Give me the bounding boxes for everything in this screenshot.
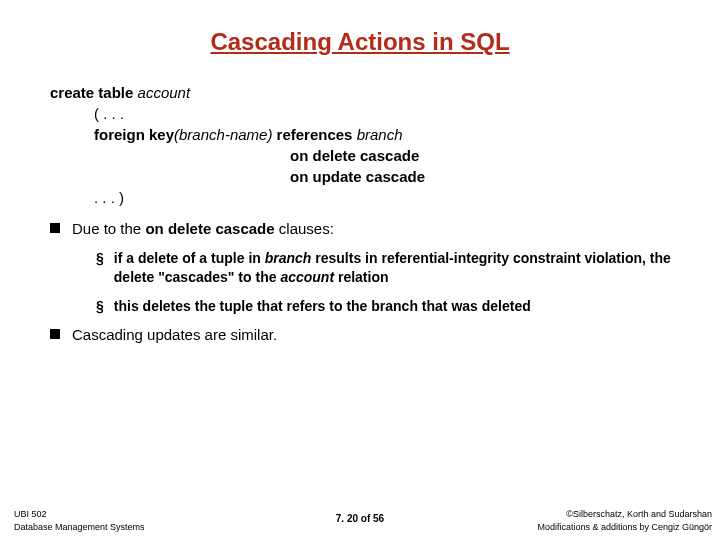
code-line-3: foreign key(branch-name) references bran… (94, 124, 690, 145)
slide-title: Cascading Actions in SQL (0, 0, 720, 82)
code-line-1: create table account (50, 82, 690, 103)
section-sign-icon: § (96, 249, 104, 267)
sub-bullet-item: §this deletes the tuple that refers to t… (96, 297, 690, 316)
bullet-item: Cascading updates are similar. (50, 324, 690, 345)
footer: UBI 502 ©Silberschatz, Korth and Sudarsh… (0, 509, 720, 532)
sub-bullets: §if a delete of a tuple in branch result… (96, 249, 690, 316)
square-bullet-icon (50, 223, 60, 233)
sub-bullet-item: §if a delete of a tuple in branch result… (96, 249, 690, 287)
sub-bullet-text: if a delete of a tuple in branch results… (114, 249, 690, 287)
bullet-item: Due to the on delete cascade clauses: (50, 218, 690, 239)
code-line-5: on update cascade (290, 166, 690, 187)
code-line-6: . . . ) (94, 187, 690, 208)
code-keyword-fk: foreign key (94, 126, 174, 143)
code-ident-account: account (138, 84, 191, 101)
bullets-container: Due to the on delete cascade clauses:§if… (50, 218, 690, 345)
bullet-text: Due to the on delete cascade clauses: (72, 218, 690, 239)
section-sign-icon: § (96, 297, 104, 315)
code-line-4: on delete cascade (290, 145, 690, 166)
code-line-2: ( . . . (94, 103, 690, 124)
code-ident-branch: branch (357, 126, 403, 143)
code-ident-col: (branch-name) (174, 126, 272, 143)
footer-page: 7. 20 of 56 (0, 513, 720, 524)
sub-bullet-text: this deletes the tuple that refers to th… (114, 297, 690, 316)
slide-content: create table account ( . . . foreign key… (0, 82, 720, 345)
square-bullet-icon (50, 329, 60, 339)
code-keyword-ref: references (277, 126, 357, 143)
code-block: create table account ( . . . foreign key… (50, 82, 690, 208)
bullet-text: Cascading updates are similar. (72, 324, 690, 345)
code-keyword-create: create table (50, 84, 138, 101)
